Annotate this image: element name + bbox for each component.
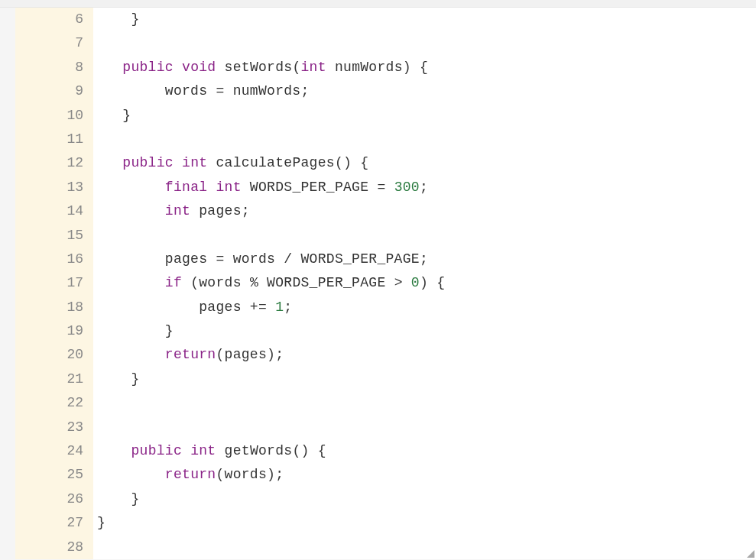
code-token: 0 xyxy=(411,275,420,290)
code-token: ; xyxy=(284,299,292,315)
code-token: ) xyxy=(403,60,411,75)
line-number: 11 xyxy=(15,128,93,151)
code-line[interactable]: } xyxy=(97,511,756,535)
code-token: ; xyxy=(420,251,428,267)
code-line[interactable]: return(words); xyxy=(97,463,756,487)
line-number: 15 xyxy=(15,224,93,248)
line-number: 25 xyxy=(15,463,93,487)
code-line[interactable] xyxy=(97,536,756,559)
code-token: ; xyxy=(275,347,284,362)
code-token: int xyxy=(216,180,241,195)
line-number-gutter: 6789101112131415161718192021222324252627… xyxy=(15,8,93,559)
code-token: } xyxy=(97,515,105,530)
code-line[interactable]: final int WORDS_PER_PAGE = 300; xyxy=(97,176,756,199)
line-number: 26 xyxy=(15,487,93,511)
line-number: 13 xyxy=(15,176,93,199)
code-token: words xyxy=(97,83,216,99)
code-token: calculatePages xyxy=(216,155,334,170)
code-token: WORDS_PER_PAGE xyxy=(242,180,378,195)
code-editor[interactable]: 6789101112131415161718192021222324252627… xyxy=(15,8,756,559)
code-token: { xyxy=(352,155,368,170)
code-token: { xyxy=(310,443,326,458)
code-line[interactable]: pages = words / WORDS_PER_PAGE; xyxy=(97,248,756,271)
code-token xyxy=(174,155,182,170)
line-number: 22 xyxy=(15,391,93,415)
code-token: ; xyxy=(300,83,309,99)
code-token: int xyxy=(301,60,326,75)
code-token: int xyxy=(165,203,190,218)
code-token xyxy=(207,155,216,170)
code-token: = xyxy=(216,83,224,99)
code-token: ; xyxy=(420,180,428,195)
code-token: pages xyxy=(97,251,216,267)
code-token: getWords xyxy=(225,443,293,458)
code-token: = xyxy=(216,251,224,267)
code-token: (words) xyxy=(216,467,275,482)
code-token xyxy=(97,467,165,482)
code-line[interactable]: words = numWords; xyxy=(97,79,756,103)
code-token: } xyxy=(97,11,140,27)
code-token: words xyxy=(225,251,284,267)
code-line[interactable]: public int getWords() { xyxy=(97,439,756,463)
line-number: 20 xyxy=(15,343,93,367)
code-token: ; xyxy=(275,467,284,482)
code-line[interactable] xyxy=(97,416,756,439)
code-token: numWords xyxy=(326,60,403,75)
code-line[interactable] xyxy=(97,128,756,151)
code-token: = xyxy=(377,180,385,195)
code-line[interactable]: } xyxy=(97,487,756,511)
code-line[interactable]: } xyxy=(97,104,756,128)
code-token xyxy=(216,443,224,458)
code-token: final xyxy=(165,180,208,195)
code-token: return xyxy=(165,467,216,482)
code-line[interactable]: } xyxy=(97,8,756,31)
code-token: return xyxy=(165,347,216,362)
code-token xyxy=(97,443,131,458)
code-line[interactable]: if (words % WORDS_PER_PAGE > 0) { xyxy=(97,271,756,295)
code-line[interactable] xyxy=(97,224,756,248)
code-token: % xyxy=(250,275,258,290)
line-number: 16 xyxy=(15,248,93,271)
code-line[interactable]: int pages; xyxy=(97,199,756,223)
top-bar xyxy=(0,0,756,8)
code-token: WORDS_PER_PAGE xyxy=(258,275,394,290)
code-line[interactable] xyxy=(97,31,756,55)
code-line[interactable]: pages += 1; xyxy=(97,296,756,319)
code-line[interactable]: return(pages); xyxy=(97,343,756,367)
code-token: / xyxy=(284,251,292,267)
code-token: if xyxy=(165,275,182,290)
code-token: } xyxy=(97,491,140,507)
code-token: WORDS_PER_PAGE xyxy=(292,251,420,267)
code-token: pages xyxy=(190,203,242,218)
code-token xyxy=(97,180,165,195)
line-number: 10 xyxy=(15,104,93,128)
code-token: (words xyxy=(182,275,250,290)
code-token: > xyxy=(394,275,403,290)
line-number: 24 xyxy=(15,439,93,463)
code-token xyxy=(216,60,224,75)
code-line[interactable]: public void setWords(int numWords) { xyxy=(97,56,756,79)
resize-handle-icon[interactable] xyxy=(745,549,754,558)
code-line[interactable]: } xyxy=(97,319,756,343)
code-token xyxy=(182,443,190,458)
code-token: int xyxy=(182,155,207,170)
line-number: 7 xyxy=(15,31,93,55)
code-token: { xyxy=(411,60,428,75)
code-token: } xyxy=(97,371,140,387)
code-token xyxy=(386,180,394,195)
code-token xyxy=(97,155,122,170)
code-token: setWords xyxy=(225,60,293,75)
code-area[interactable]: } public void setWords(int numWords) { w… xyxy=(93,8,756,559)
code-token: 300 xyxy=(394,180,420,195)
code-token: public xyxy=(122,155,174,170)
code-line[interactable]: } xyxy=(97,367,756,391)
code-token xyxy=(97,60,122,75)
code-line[interactable] xyxy=(97,391,756,415)
code-token: } xyxy=(97,323,174,338)
code-token: (pages) xyxy=(216,347,275,362)
code-token xyxy=(403,275,411,290)
code-token: int xyxy=(190,443,216,458)
code-token xyxy=(97,275,165,290)
code-line[interactable]: public int calculatePages() { xyxy=(97,151,756,175)
code-token: ( xyxy=(292,60,300,75)
